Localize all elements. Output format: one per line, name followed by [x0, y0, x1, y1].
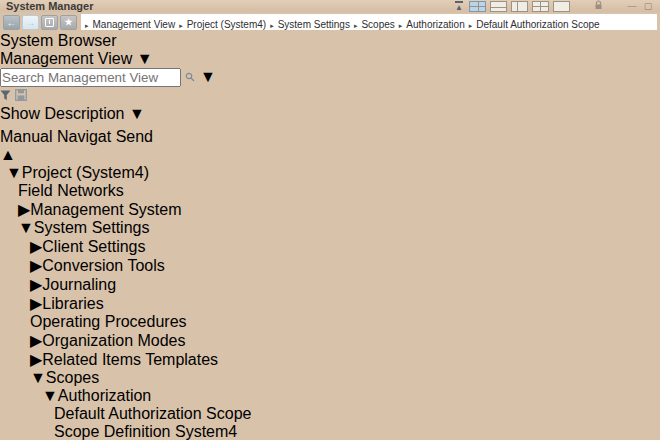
search-options-chevron-icon[interactable]: ▼	[200, 68, 216, 85]
system-browser-header: System Browser	[0, 32, 660, 50]
tree-item-label: Client Settings	[42, 238, 145, 255]
breadcrumb-item[interactable]: Authorization	[406, 19, 464, 30]
chevron-collapsed-icon[interactable]: ▶	[30, 238, 42, 255]
titlebar-icons: ▲ — ▢	[455, 0, 654, 12]
tree-item-label: Journaling	[42, 276, 116, 293]
tree-item-label: Organization Modes	[42, 332, 185, 349]
tree-item[interactable]: Field Networks	[0, 182, 660, 200]
tree-item[interactable]: Default Authorization Scope	[0, 405, 660, 423]
layout-grid-icon[interactable]	[469, 1, 486, 12]
send-button[interactable]: Send	[116, 128, 153, 145]
tree-item-label: Scope Definition System4	[54, 423, 237, 440]
tree-item-label: System Settings	[34, 219, 150, 236]
filter-icon[interactable]	[0, 87, 15, 104]
breadcrumb-item[interactable]: System Settings	[278, 19, 350, 30]
favorites-button[interactable]: ★	[60, 15, 77, 30]
maximize-icon[interactable]: ▢	[642, 1, 654, 11]
chevron-down-icon[interactable]: ▼	[129, 105, 145, 122]
view-dropdown[interactable]: Management View ▼	[0, 50, 660, 68]
tree-item[interactable]: ▶Conversion Tools	[0, 256, 660, 275]
back-button[interactable]: ←	[3, 15, 20, 30]
search-box: ▼	[0, 68, 660, 87]
tree-item[interactable]: ▼System Settings	[0, 219, 660, 237]
app-window: System Manager ▲ — ▢ ← → ★ ▸Management V…	[0, 0, 660, 440]
tree-item[interactable]: ▶Client Settings	[0, 237, 660, 256]
breadcrumb-arrow-icon: ▸	[399, 22, 403, 29]
breadcrumb: ▸Management View▸Project (System4)▸Syste…	[81, 14, 657, 30]
chevron-expanded-icon[interactable]: ▼	[42, 387, 58, 404]
tree-item-label: Project (System4)	[22, 164, 149, 181]
window-title: System Manager	[6, 0, 455, 12]
minimize-icon[interactable]: —	[626, 1, 638, 11]
layout-single-icon[interactable]	[553, 1, 570, 12]
system-tree: ▲ ▼Project (System4)Field Networks▶Manag…	[0, 146, 660, 440]
tree-item-label: Field Networks	[18, 182, 124, 199]
tree-item-label: Libraries	[42, 295, 103, 312]
tree-scrollbar[interactable]: ▲	[0, 146, 660, 164]
tree-item[interactable]: Operating Procedures	[0, 313, 660, 331]
chevron-expanded-icon[interactable]: ▼	[30, 369, 46, 386]
layout-hsplit-icon[interactable]	[490, 1, 507, 12]
tree-item-label: Operating Procedures	[30, 313, 187, 330]
chevron-expanded-icon[interactable]: ▼	[18, 219, 34, 236]
breadcrumb-item[interactable]: Default Authorization Scope	[476, 19, 599, 30]
history-button[interactable]	[41, 15, 58, 30]
lock-icon[interactable]	[592, 0, 604, 12]
chevron-down-icon[interactable]: ▼	[137, 50, 153, 67]
chevron-collapsed-icon[interactable]: ▶	[18, 201, 30, 218]
breadcrumb-arrow-icon: ▸	[270, 22, 274, 29]
chevron-collapsed-icon[interactable]: ▶	[30, 351, 42, 368]
tree-item[interactable]: Scope Definition System4	[0, 423, 660, 440]
tree-item-label: Default Authorization Scope	[54, 405, 251, 422]
search-input[interactable]	[0, 68, 181, 87]
tree-item[interactable]: ▶Related Items Templates	[0, 350, 660, 369]
tree-item-label: Authorization	[58, 387, 151, 404]
breadcrumb-item[interactable]: Management View	[93, 19, 176, 30]
tree-item-label: Conversion Tools	[42, 257, 164, 274]
breadcrumb-item[interactable]: Project (System4)	[187, 19, 266, 30]
scroll-up-icon[interactable]: ▲	[0, 146, 16, 163]
tree-item-label: Management System	[30, 201, 181, 218]
layout-quad-icon[interactable]	[532, 1, 549, 12]
chevron-collapsed-icon[interactable]: ▶	[30, 332, 42, 349]
breadcrumb-arrow-icon: ▸	[85, 22, 89, 29]
history-icon	[45, 18, 54, 27]
breadcrumb-arrow-icon: ▸	[179, 22, 183, 29]
tree-item-label: Related Items Templates	[42, 351, 218, 368]
chevron-collapsed-icon[interactable]: ▶	[30, 257, 42, 274]
breadcrumb-bar: ← → ★ ▸Management View▸Project (System4)…	[0, 12, 660, 32]
browser-controls: Management View ▼ ▼	[0, 50, 660, 146]
system-browser-panel: System Browser Management View ▼	[0, 32, 660, 440]
tree-item[interactable]: ▶Journaling	[0, 275, 660, 294]
layout-vsplit-icon[interactable]	[511, 1, 528, 12]
manual-navigation-label: Manual Navigat	[0, 128, 111, 145]
tree-item[interactable]: ▶Libraries	[0, 294, 660, 313]
view-dropdown-value: Management View	[0, 50, 132, 67]
tree-item[interactable]: ▶Organization Modes	[0, 331, 660, 350]
collapse-panels-icon[interactable]: ▲	[455, 1, 463, 12]
breadcrumb-arrow-icon: ▸	[469, 22, 473, 29]
chevron-collapsed-icon[interactable]: ▶	[30, 276, 42, 293]
description-dropdown-value: Show Description	[0, 105, 125, 122]
tree-item[interactable]: ▶Management System	[0, 200, 660, 219]
tree-item[interactable]: ▼Scopes	[0, 369, 660, 387]
forward-button[interactable]: →	[22, 15, 39, 30]
breadcrumb-arrow-icon: ▸	[354, 22, 358, 29]
tree-item[interactable]: ▼Authorization	[0, 387, 660, 405]
description-dropdown[interactable]: Show Description ▼	[0, 105, 660, 123]
tree-item[interactable]: ▼Project (System4)	[0, 164, 660, 182]
chevron-expanded-icon[interactable]: ▼	[6, 164, 22, 181]
content-area: System Browser Management View ▼	[0, 32, 660, 440]
title-bar: System Manager ▲ — ▢	[0, 0, 660, 12]
save-filter-icon[interactable]	[15, 87, 27, 104]
breadcrumb-item[interactable]: Scopes	[361, 19, 394, 30]
chevron-collapsed-icon[interactable]: ▶	[30, 295, 42, 312]
tree-item-label: Scopes	[46, 369, 99, 386]
search-icon[interactable]	[185, 68, 199, 85]
